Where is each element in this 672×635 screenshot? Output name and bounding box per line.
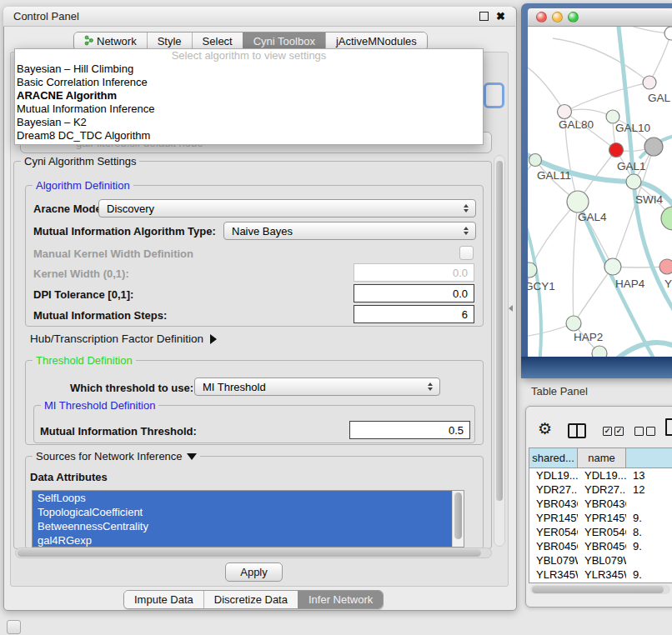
table-cell[interactable]: YPR145W — [529, 512, 578, 524]
network-node[interactable] — [592, 346, 607, 357]
column-header-shared[interactable]: shared... — [529, 448, 578, 468]
algorithm-option-bayesian-k2[interactable]: Bayesian – K2 — [15, 116, 483, 129]
attribute-item-betweennesscentrality[interactable]: BetweennessCentrality — [33, 519, 453, 533]
minimize-traffic-light-icon[interactable] — [552, 12, 563, 22]
table-settings-gear-icon[interactable]: ⚙ — [538, 421, 552, 437]
table-row[interactable]: YBL079WYBL079W — [529, 553, 672, 568]
table-horizontal-scrollbar-thumb[interactable] — [532, 586, 664, 593]
new-table-file-icon[interactable] — [665, 418, 672, 436]
manual-kernel-width-checkbox[interactable] — [459, 246, 474, 260]
settings-vertical-scrollbar-thumb[interactable] — [496, 161, 503, 501]
apply-button[interactable]: Apply — [225, 562, 283, 582]
table-horizontal-scrollbar[interactable] — [530, 585, 670, 594]
list-scrollbar-thumb[interactable] — [454, 492, 462, 539]
network-node-gal4[interactable] — [567, 191, 589, 212]
settings-vertical-scrollbar[interactable] — [494, 155, 505, 547]
close-traffic-light-icon[interactable] — [536, 12, 547, 22]
table-cell[interactable]: YBR043C — [529, 498, 578, 510]
table-cell[interactable]: YER054C — [578, 526, 626, 538]
algorithm-option-basic-correlation-inference[interactable]: Basic Correlation Inference — [15, 76, 483, 89]
table-cell[interactable]: YDL19... — [529, 469, 578, 482]
table-row[interactable]: YBR045CYBR045C9. — [529, 539, 672, 553]
mi-threshold-field[interactable]: 0.5 — [349, 421, 470, 439]
table-cell[interactable]: 8. — [626, 526, 672, 538]
table-cell[interactable]: YBR045C — [529, 540, 578, 552]
table-cell[interactable]: YPR145W — [578, 512, 626, 524]
network-node[interactable] — [664, 27, 672, 40]
algorithm-option-dream8-dc-tdc-algorithm[interactable]: Dream8 DC_TDC Algorithm — [15, 129, 483, 142]
table-columns-icon[interactable] — [568, 423, 586, 438]
network-node-hap2[interactable] — [566, 316, 581, 331]
network-node-gal11[interactable] — [529, 154, 542, 167]
tab-impute-data[interactable]: Impute Data — [124, 591, 203, 608]
settings-horizontal-scrollbar[interactable] — [15, 548, 492, 558]
network-window-titlebar[interactable] — [528, 8, 672, 27]
close-window-icon[interactable]: ✖ — [496, 11, 505, 22]
aracne-mode-combo[interactable]: Discovery — [98, 199, 476, 218]
network-node-gal1[interactable] — [609, 143, 624, 158]
which-threshold-combo[interactable]: MI Threshold — [194, 378, 440, 396]
table-cell[interactable]: YER054C — [529, 526, 578, 538]
select-all-checkbox-icon[interactable]: ✓ — [614, 427, 624, 436]
network-node-gal[interactable] — [643, 76, 656, 89]
mi-steps-field[interactable]: 6 — [354, 305, 474, 323]
table-row[interactable]: YPR145WYPR145W9. — [529, 511, 672, 525]
deselect-all-checkbox-icon[interactable] — [634, 427, 644, 436]
network-node-swi4[interactable] — [626, 174, 641, 189]
network-node[interactable] — [644, 138, 663, 156]
table-cell[interactable]: 9 — [626, 582, 672, 583]
mi-algorithm-type-combo[interactable]: Naive Bayes — [223, 222, 476, 240]
network-node-hap4[interactable] — [604, 258, 621, 275]
table-cell[interactable]: YIL052C — [529, 582, 578, 583]
float-window-icon[interactable] — [479, 12, 489, 21]
table-cell[interactable]: 12 — [626, 483, 672, 496]
table-row[interactable]: YBR043CYBR043C — [529, 497, 672, 511]
attribute-item-selfloops[interactable]: SelfLoops — [33, 491, 453, 505]
table-cell[interactable]: YBL079W — [529, 554, 578, 567]
attribute-item-topologicalcoefficient[interactable]: TopologicalCoefficient — [33, 505, 453, 519]
deselect-all-checkbox-icon[interactable] — [646, 427, 655, 436]
hub-definition-expander[interactable]: Hub/Transcription Factor Definition — [30, 332, 217, 345]
table-cell[interactable]: YDL19... — [578, 469, 626, 482]
table-cell[interactable]: YLR345W — [529, 568, 578, 581]
table-row[interactable]: YDR27...YDR27...12 — [529, 482, 672, 497]
algorithm-option-mutual-information-inference[interactable]: Mutual Information Inference — [15, 102, 483, 116]
data-attributes-list[interactable]: SelfLoopsTopologicalCoefficientBetweenne… — [32, 490, 464, 548]
column-header-name[interactable]: name — [578, 448, 626, 468]
list-scrollbar[interactable] — [452, 491, 464, 547]
tab-select[interactable]: Select — [192, 32, 243, 50]
network-node-y[interactable] — [659, 259, 672, 274]
tab-infer-network[interactable]: Infer Network — [298, 591, 383, 608]
split-pane-handle-icon[interactable] — [509, 305, 513, 312]
table-row[interactable]: YDL19...YDL19...13 — [529, 468, 672, 482]
attribute-item-gal4rgexp[interactable]: gal4RGexp — [33, 533, 453, 548]
tab-discretize-data[interactable]: Discretize Data — [203, 591, 298, 608]
network-canvas[interactable]: GALGAL80GAL10GAL1GAL11SWI4GAL4GCY1HAP4YH… — [528, 27, 672, 357]
algorithm-option-aracne-algorithm[interactable]: ARACNE Algorithm — [15, 89, 483, 102]
tab-cyni-toolbox[interactable]: Cyni Toolbox — [243, 32, 325, 50]
zoom-traffic-light-icon[interactable] — [568, 12, 579, 22]
table-cell[interactable]: 13 — [626, 469, 672, 482]
table-row[interactable]: YLR345WYLR345W9. — [529, 568, 672, 582]
table-cell[interactable]: YBL079W — [578, 554, 626, 567]
table-row[interactable]: YIL052CYIL052C9 — [529, 582, 672, 583]
column-header-clipped[interactable] — [626, 448, 672, 468]
tab-style[interactable]: Style — [147, 32, 192, 50]
algorithm-option-bayesian-hill-climbing[interactable]: Bayesian – Hill Climbing — [15, 62, 483, 76]
panel-corner-button[interactable] — [7, 620, 21, 634]
network-combo-fragment[interactable] — [484, 82, 504, 108]
dpi-tolerance-field[interactable]: 0.0 — [354, 284, 474, 302]
network-node[interactable] — [661, 207, 672, 230]
table-row[interactable]: YER054CYER054C8. — [529, 525, 672, 539]
kernel-width-field[interactable]: 0.0 — [354, 263, 474, 282]
tab-network[interactable]: Network — [74, 32, 147, 50]
table-cell[interactable]: 9. — [626, 540, 672, 552]
table-cell[interactable]: YDR27... — [529, 483, 578, 496]
table-cell[interactable]: 9. — [626, 512, 672, 524]
table-cell[interactable]: YBR045C — [578, 540, 626, 552]
table-cell[interactable]: YLR345W — [578, 568, 626, 581]
table-cell[interactable]: YDR27... — [578, 483, 626, 496]
select-all-checkbox-icon[interactable]: ✓ — [603, 427, 612, 436]
control-panel-titlebar[interactable]: Control Panel ✖ — [3, 7, 515, 27]
network-node-gal80[interactable] — [558, 105, 572, 119]
